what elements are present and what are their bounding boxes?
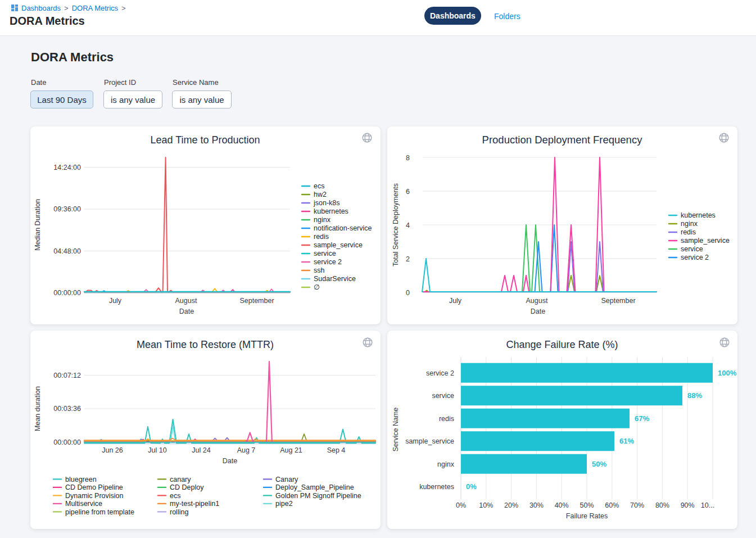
svg-text:September: September	[239, 297, 274, 305]
svg-text:ssh: ssh	[314, 266, 325, 274]
svg-text:rolling: rolling	[170, 508, 188, 516]
svg-text:Aug 7: Aug 7	[237, 446, 256, 454]
svg-text:00:03:36: 00:03:36	[53, 405, 81, 413]
svg-text:service: service	[432, 392, 454, 400]
svg-text:8: 8	[406, 154, 410, 162]
svg-text:Service Name: Service Name	[392, 408, 400, 452]
svg-text:00:00:00: 00:00:00	[53, 289, 81, 297]
svg-text:nginx: nginx	[681, 220, 698, 228]
svg-text:bluegreen: bluegreen	[65, 476, 97, 483]
svg-text:Jul 24: Jul 24	[192, 446, 210, 454]
svg-text:redis: redis	[439, 415, 454, 423]
svg-text:Failure Rates: Failure Rates	[566, 512, 608, 520]
svg-text:Median Duration: Median Duration	[34, 199, 42, 251]
svg-text:service: service	[314, 250, 336, 257]
svg-text:61%: 61%	[619, 437, 634, 445]
svg-text:30%: 30%	[529, 501, 544, 509]
svg-text:Lead Time to Production: Lead Time to Production	[150, 134, 260, 146]
svg-text:4: 4	[406, 221, 410, 229]
svg-text:sample_service: sample_service	[314, 241, 363, 249]
svg-text:Jul 10: Jul 10	[148, 446, 166, 454]
svg-text:hw2: hw2	[314, 191, 327, 198]
svg-text:0: 0	[406, 289, 410, 297]
svg-text:6: 6	[406, 188, 410, 196]
svg-text:canary: canary	[170, 476, 191, 483]
svg-text:Change Failure Rate (%): Change Failure Rate (%)	[506, 339, 618, 350]
svg-text:67%: 67%	[635, 414, 649, 423]
svg-text:my-test-pipelin1: my-test-pipelin1	[170, 500, 219, 508]
svg-text:80%: 80%	[655, 501, 669, 509]
svg-text:service 2: service 2	[314, 258, 342, 266]
svg-text:ecs: ecs	[170, 492, 180, 500]
svg-text:redis: redis	[681, 228, 696, 236]
svg-text:CD Demo Pipeline: CD Demo Pipeline	[65, 483, 123, 491]
svg-text:service 2: service 2	[681, 254, 709, 261]
svg-text:nginx: nginx	[314, 216, 331, 224]
svg-text:kubernetes: kubernetes	[419, 483, 454, 491]
svg-text:service: service	[681, 245, 703, 253]
svg-text:04:48:00: 04:48:00	[53, 247, 81, 255]
svg-text:10%: 10%	[479, 501, 493, 509]
svg-text:Dynamic Provision: Dynamic Provision	[65, 492, 124, 500]
svg-text:pipe2: pipe2	[275, 500, 293, 508]
svg-text:Total Service Deployments: Total Service Deployments	[392, 183, 400, 266]
svg-text:60%: 60%	[605, 501, 619, 509]
svg-text:sample_service: sample_service	[405, 437, 454, 445]
svg-text:ecs: ecs	[314, 182, 324, 190]
svg-text:kubernetes: kubernetes	[314, 207, 348, 215]
svg-text:Aug 21: Aug 21	[280, 446, 302, 454]
svg-text:09:36:00: 09:36:00	[53, 205, 81, 213]
svg-text:∅: ∅	[314, 283, 320, 291]
svg-text:August: August	[526, 297, 548, 305]
svg-text:2: 2	[406, 255, 410, 263]
svg-text:14:24:00: 14:24:00	[53, 164, 81, 171]
svg-text:88%: 88%	[687, 391, 702, 400]
svg-text:Jun 26: Jun 26	[102, 446, 123, 454]
svg-text:July: July	[449, 297, 462, 305]
svg-text:00:07:12: 00:07:12	[53, 372, 81, 379]
svg-text:90%: 90%	[681, 501, 695, 509]
svg-text:0%: 0%	[456, 501, 466, 509]
svg-text:Deploy_Sample_Pipeline: Deploy_Sample_Pipeline	[275, 483, 354, 491]
svg-text:00:00:00: 00:00:00	[53, 438, 81, 446]
svg-text:Date: Date	[223, 457, 237, 465]
svg-text:sample_service: sample_service	[681, 237, 730, 245]
svg-text:50%: 50%	[580, 501, 594, 509]
svg-text:Sep 4: Sep 4	[327, 446, 346, 454]
svg-text:August: August	[175, 297, 197, 305]
svg-text:Canary: Canary	[275, 476, 298, 483]
svg-text:service 2: service 2	[426, 369, 454, 377]
svg-text:Mean Time to Restore (MTTR): Mean Time to Restore (MTTR)	[137, 339, 274, 350]
svg-text:40%: 40%	[555, 501, 569, 509]
svg-text:0%: 0%	[466, 482, 477, 491]
svg-text:Date: Date	[179, 308, 194, 315]
svg-text:Date: Date	[531, 308, 545, 315]
svg-text:Mean duration: Mean duration	[34, 386, 42, 431]
svg-text:Multiservice: Multiservice	[65, 500, 102, 508]
svg-text:70%: 70%	[630, 501, 644, 509]
svg-text:Production Deployment Frequenc: Production Deployment Frequency	[482, 134, 643, 146]
svg-text:CD Deploy: CD Deploy	[170, 483, 204, 491]
svg-text:50%: 50%	[592, 460, 606, 468]
svg-text:pipeline from template: pipeline from template	[65, 508, 134, 516]
svg-text:September: September	[601, 297, 635, 305]
svg-text:json-k8s: json-k8s	[313, 199, 340, 207]
svg-text:20%: 20%	[504, 501, 518, 509]
svg-text:redis: redis	[314, 233, 329, 241]
svg-text:notification-service: notification-service	[314, 224, 372, 232]
svg-text:10...: 10...	[701, 501, 714, 509]
svg-text:Golden PM Signoff Pipeline: Golden PM Signoff Pipeline	[275, 492, 361, 500]
svg-text:nginx: nginx	[437, 460, 455, 468]
svg-text:July: July	[109, 297, 122, 305]
svg-text:kubernetes: kubernetes	[681, 211, 716, 219]
svg-text:SudarService: SudarService	[314, 275, 356, 283]
svg-text:100%: 100%	[718, 369, 737, 377]
